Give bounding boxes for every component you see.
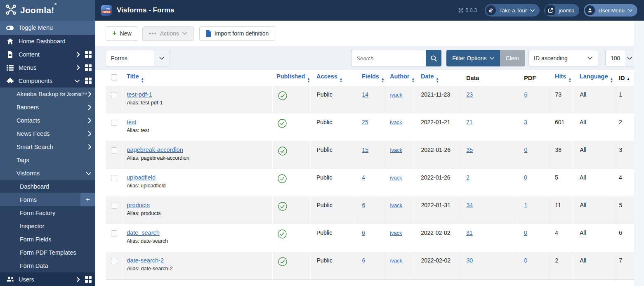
- search-button[interactable]: [426, 50, 441, 66]
- author-link[interactable]: ivack: [390, 92, 403, 98]
- sidebar-item-visforms[interactable]: Visforms: [0, 167, 95, 180]
- pdf-count-link[interactable]: 3: [524, 119, 527, 125]
- form-title-link[interactable]: test-pdf-1: [127, 91, 152, 98]
- sidebar-item-form-factory[interactable]: Form Factory: [0, 206, 95, 220]
- sidebar-item-users[interactable]: Users: [0, 272, 95, 286]
- sort-by-title[interactable]: Title▲▼: [127, 73, 144, 80]
- form-title-link[interactable]: test: [127, 119, 136, 125]
- author-link[interactable]: ivack: [390, 147, 403, 153]
- toggle-menu-button[interactable]: Toggle Menu: [0, 21, 95, 35]
- user-menu-button[interactable]: User Menu: [584, 4, 637, 17]
- data-count-link[interactable]: 30: [467, 257, 473, 264]
- category-select[interactable]: Forms: [106, 50, 170, 66]
- take-a-tour-button[interactable]: Take a Tour: [485, 4, 540, 17]
- components-grid-icon[interactable]: [85, 78, 92, 84]
- sidebar-item-news-feeds[interactable]: News Feeds: [0, 127, 95, 140]
- author-link[interactable]: ivack: [390, 258, 403, 264]
- author-link[interactable]: ivack: [390, 230, 402, 236]
- add-form-button[interactable]: +: [80, 193, 95, 206]
- row-checkbox[interactable]: [111, 175, 117, 181]
- published-check-icon[interactable]: [278, 174, 287, 183]
- form-alias: Alias: test: [127, 128, 272, 133]
- data-count-link[interactable]: 2: [466, 174, 469, 181]
- fields-count-link[interactable]: 4: [362, 174, 365, 181]
- sidebar-item-tags[interactable]: Tags: [0, 154, 95, 167]
- sidebar-item-menus[interactable]: Menus: [0, 61, 95, 74]
- sidebar-item-form-data[interactable]: Form Data: [0, 259, 95, 272]
- sidebar-item-content[interactable]: Content: [0, 48, 95, 61]
- data-count-link[interactable]: 31: [466, 229, 473, 236]
- pdf-count-link[interactable]: 6: [524, 91, 528, 98]
- users-grid-icon[interactable]: [85, 276, 92, 283]
- row-checkbox[interactable]: [111, 147, 117, 154]
- sidebar-item-banners[interactable]: Banners: [0, 101, 95, 114]
- sidebar-item-inspector[interactable]: Inspector: [0, 220, 95, 233]
- sidebar-item-components[interactable]: Components: [0, 74, 95, 87]
- fields-count-link[interactable]: 14: [362, 91, 369, 98]
- form-title-link[interactable]: uploadfield: [127, 174, 156, 181]
- pdf-count-link[interactable]: 0: [524, 174, 527, 181]
- new-button[interactable]: + New: [106, 26, 138, 41]
- sort-by-id[interactable]: ID▲: [619, 75, 630, 81]
- sidebar-item-form-fields[interactable]: Form Fields: [0, 233, 95, 246]
- list-limit-select[interactable]: 100: [605, 50, 634, 66]
- import-form-definition-button[interactable]: Import form definition: [199, 26, 276, 41]
- published-check-icon[interactable]: [278, 229, 287, 239]
- select-all-checkbox[interactable]: [111, 74, 117, 80]
- published-check-icon[interactable]: [278, 202, 287, 211]
- form-title-link[interactable]: pagebreak-accordion: [127, 147, 183, 153]
- sidebar-item-contacts[interactable]: Contacts: [0, 114, 95, 127]
- content-grid-icon[interactable]: [85, 51, 92, 58]
- data-count-link[interactable]: 23: [467, 91, 473, 98]
- published-check-icon[interactable]: [278, 147, 287, 156]
- sidebar-item-smart-search[interactable]: Smart Search: [0, 140, 95, 154]
- column-pdf: PDF: [524, 75, 536, 81]
- site-preview-button[interactable]: joomla: [544, 4, 579, 17]
- author-link[interactable]: ivack: [390, 175, 402, 181]
- sidebar-item-visforms-dashboard[interactable]: Dashboard: [0, 180, 95, 193]
- row-checkbox[interactable]: [111, 203, 117, 209]
- table-row: uploadfieldAlias: uploadfield Public 4 i…: [106, 169, 634, 196]
- author-link[interactable]: ivack: [390, 202, 403, 208]
- sort-by-date[interactable]: Date▲▼: [421, 73, 439, 80]
- actions-button[interactable]: ●●● Actions: [142, 26, 194, 41]
- sidebar-item-akeeba-backup[interactable]: Akeeba Backup for Joomla!™: [0, 87, 95, 101]
- fields-count-link[interactable]: 6: [362, 202, 366, 208]
- pdf-count-link[interactable]: 0: [524, 229, 527, 236]
- published-check-icon[interactable]: [278, 257, 287, 266]
- sort-select[interactable]: ID ascending: [528, 50, 598, 66]
- sort-by-author[interactable]: Author▲▼: [390, 73, 415, 80]
- sort-by-published[interactable]: Published▲▼: [276, 73, 310, 80]
- fields-count-link[interactable]: 15: [362, 147, 369, 153]
- row-checkbox[interactable]: [111, 120, 117, 126]
- form-title-link[interactable]: date_search: [127, 229, 160, 236]
- data-count-link[interactable]: 34: [467, 202, 473, 208]
- published-check-icon[interactable]: [278, 119, 287, 128]
- sort-by-language[interactable]: Language▲▼: [580, 73, 613, 80]
- row-checkbox[interactable]: [111, 230, 117, 236]
- form-title-link[interactable]: date-search-2: [127, 257, 164, 264]
- fields-count-link[interactable]: 6: [362, 257, 366, 264]
- sidebar-item-home-dashboard[interactable]: Home Dashboard: [0, 35, 95, 48]
- published-check-icon[interactable]: [278, 91, 287, 100]
- sort-by-fields[interactable]: Fields▲▼: [362, 73, 384, 80]
- form-title-link[interactable]: products: [127, 202, 150, 208]
- author-link[interactable]: ivack: [390, 119, 402, 125]
- sort-by-hits[interactable]: Hits▲▼: [555, 73, 571, 80]
- pdf-count-link[interactable]: 0: [524, 257, 528, 264]
- pdf-count-link[interactable]: 1: [524, 202, 528, 208]
- sort-by-access[interactable]: Access▲▼: [316, 73, 342, 80]
- data-count-link[interactable]: 71: [466, 119, 473, 125]
- clear-button[interactable]: Clear: [500, 50, 525, 66]
- pdf-count-link[interactable]: 0: [524, 147, 528, 153]
- sidebar-item-visforms-forms[interactable]: Forms +: [0, 193, 95, 206]
- search-input[interactable]: [351, 50, 426, 66]
- filter-options-button[interactable]: Filter Options: [446, 50, 500, 66]
- sidebar-item-form-pdf-templates[interactable]: Form PDF Templates: [0, 246, 95, 259]
- row-checkbox[interactable]: [111, 92, 117, 98]
- data-count-link[interactable]: 35: [467, 147, 473, 153]
- menus-grid-icon[interactable]: [85, 64, 92, 71]
- fields-count-link[interactable]: 6: [362, 229, 365, 236]
- fields-count-link[interactable]: 25: [362, 119, 368, 125]
- row-checkbox[interactable]: [111, 258, 117, 264]
